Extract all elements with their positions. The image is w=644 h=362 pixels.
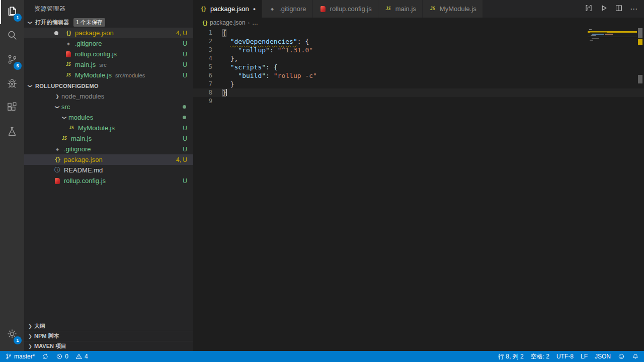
activity-bar-item-test[interactable] [0, 121, 24, 145]
sidebar-section-大纲[interactable]: ❯大纲 [24, 321, 193, 331]
git-file-icon: ◈ [53, 145, 61, 153]
code-line[interactable]: 7 } [193, 80, 644, 88]
tab-package-json[interactable]: {}package.json● [193, 0, 262, 18]
tab--gitignore[interactable]: ◈.gitignore [262, 0, 312, 18]
tab-main-js[interactable]: JSmain.js [378, 0, 423, 18]
tab-bar: {}package.json●◈.gitignorerollup.config.… [193, 0, 644, 18]
file-name: MyModule.js [75, 71, 112, 79]
tree-file-main-js[interactable]: JSmain.jsU [24, 133, 193, 144]
open-editors-header[interactable]: ❯ 打开的编辑器 1 个未保存 [24, 17, 193, 28]
tab-mymodule-js[interactable]: JSMyModule.js [423, 0, 483, 18]
tab-label: package.json [210, 5, 249, 13]
chevron-right-icon: ❯ [26, 334, 34, 339]
run-button[interactable] [598, 3, 610, 15]
minimap-line-mark [592, 38, 599, 39]
tree-folder-node-modules[interactable]: ❯node_modules [24, 91, 193, 102]
chevron-down-icon[interactable]: ❯ [55, 103, 60, 111]
minimap-line-mark [590, 40, 593, 41]
line-number: 3 [193, 46, 212, 54]
tree-file--gitignore[interactable]: ◈.gitignoreU [24, 144, 193, 154]
sidebar-section-NPM 脚本[interactable]: ❯NPM 脚本 [24, 331, 193, 341]
git-file-icon: ◈ [268, 5, 276, 13]
split-editor-icon [615, 4, 623, 14]
code-line[interactable]: 3 "rollup": "^1.31.0" [193, 46, 644, 54]
modified-dot-icon [183, 105, 186, 109]
more-actions-icon: ⋯ [630, 5, 638, 14]
git-status-badge: U [183, 51, 187, 58]
open-editor-item[interactable]: ◈.gitignoreU [24, 38, 193, 49]
status-indentation[interactable]: 空格: 2 [531, 352, 549, 361]
more-actions-button[interactable]: ⋯ [628, 3, 640, 15]
status-git-branch[interactable]: master* [5, 353, 35, 360]
line-content: { [212, 29, 226, 37]
status-eol[interactable]: LF [581, 353, 588, 360]
activity-bar-item-source-control[interactable]: 5 [0, 48, 24, 72]
status-label: UTF-8 [556, 353, 574, 360]
tree-file-rollup-config-js[interactable]: rollup.config.jsU [24, 175, 193, 186]
status-warnings[interactable]: 4 [75, 353, 88, 360]
code-line[interactable]: 6 "build": "rollup -c" [193, 71, 644, 80]
activity-bar-item-search[interactable] [0, 24, 24, 48]
open-changes-button[interactable] [583, 3, 595, 15]
open-editor-item[interactable]: rollup.config.jsU [24, 49, 193, 59]
folder-name: node_modules [61, 93, 104, 100]
open-editor-item[interactable]: JSMyModule.jssrc/modulesU [24, 70, 193, 80]
tree-folder-src[interactable]: ❯src [24, 102, 193, 112]
code-line[interactable]: 5 "scripts": { [193, 63, 644, 71]
activity-bar-item-explorer[interactable]: 1 [0, 0, 24, 24]
search-icon [6, 29, 19, 44]
tree-file-readme-md[interactable]: ⓘREADME.md [24, 165, 193, 175]
status-cursor-position[interactable]: 行 8, 列 2 [498, 352, 524, 361]
file-name: MyModule.js [78, 124, 115, 132]
scrollbar-thumb[interactable] [638, 28, 642, 38]
split-editor-button[interactable] [613, 3, 625, 15]
tree-file-package-json[interactable]: {}package.json4, U [24, 154, 193, 165]
code-line[interactable]: 9 [193, 97, 644, 106]
line-number: 5 [193, 63, 212, 71]
code-line[interactable]: 1{ [193, 29, 644, 37]
chevron-right-icon: › [248, 20, 250, 26]
open-changes-icon [585, 4, 593, 14]
file-path-hint: src [99, 62, 107, 68]
open-editors-label: 打开的编辑器 [35, 19, 69, 26]
file-name: main.js [75, 61, 96, 68]
unsaved-dot-icon[interactable] [54, 31, 58, 35]
code-line[interactable]: 4 }, [193, 54, 644, 63]
test-icon [6, 125, 19, 140]
sidebar-section-MAVEN 项目[interactable]: ❯MAVEN 项目 [24, 341, 193, 351]
code-editor[interactable]: 1{2 "devDependencies": {3 "rollup": "^1.… [193, 28, 644, 351]
activity-bar-item-extensions[interactable] [0, 97, 24, 121]
tree-file-mymodule-js[interactable]: JSMyModule.jsU [24, 123, 193, 133]
code-line[interactable]: 8} [193, 88, 644, 97]
git-status-badge: U [183, 125, 187, 132]
editor-scrollbar[interactable] [637, 28, 644, 351]
info-file-icon: ⓘ [53, 166, 61, 174]
activity-bar-item-manage[interactable]: 1 [0, 323, 24, 347]
status-notifications[interactable] [632, 353, 639, 360]
status-feedback[interactable] [618, 353, 625, 360]
open-editor-item[interactable]: {}package.json4, U [24, 28, 193, 38]
js-file-icon: JS [429, 5, 437, 13]
unsaved-dot-icon[interactable]: ● [253, 7, 256, 12]
workspace-root-header[interactable]: ❯ ROLLUPCONFIGDEMO [24, 80, 193, 91]
chevron-right-icon[interactable]: ❯ [53, 94, 61, 99]
activity-bar-item-run-debug[interactable] [0, 72, 24, 97]
minimap[interactable] [588, 28, 637, 128]
status-sync[interactable] [42, 353, 49, 360]
chevron-down-icon[interactable]: ❯ [62, 114, 67, 122]
json-file-icon: {} [64, 29, 72, 37]
code-line[interactable]: 2 "devDependencies": { [193, 37, 644, 46]
open-editor-item[interactable]: JSmain.jssrcU [24, 59, 193, 70]
status-bar: master*04 行 8, 列 2空格: 2UTF-8LFJSON [0, 351, 644, 362]
run-icon [600, 4, 608, 14]
tab-rollup-config-js[interactable]: rollup.config.js [313, 0, 378, 18]
git-status-badge: 4, U [176, 156, 187, 163]
status-encoding[interactable]: UTF-8 [556, 353, 574, 360]
breadcrumb-file[interactable]: package.json [210, 19, 246, 26]
file-name: README.md [64, 166, 103, 174]
breadcrumb-symbol[interactable]: … [252, 19, 258, 26]
status-language-mode[interactable]: JSON [595, 353, 611, 360]
tree-folder-modules[interactable]: ❯modules [24, 112, 193, 123]
status-errors[interactable]: 0 [56, 353, 68, 360]
tab-label: MyModule.js [440, 5, 476, 13]
